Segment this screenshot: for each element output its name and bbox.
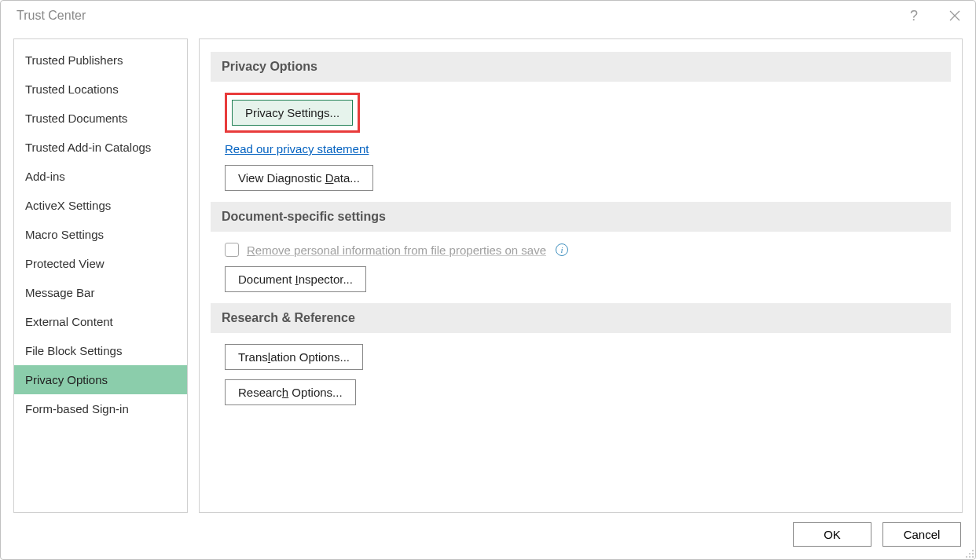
- section-header-document-specific: Document-specific settings: [211, 202, 951, 232]
- section-header-privacy-options: Privacy Options: [211, 52, 951, 82]
- remove-personal-info-row: Remove personal information from file pr…: [225, 243, 568, 257]
- svg-point-3: [969, 553, 970, 555]
- content-area: Privacy Options Privacy Settings... Read…: [199, 38, 963, 513]
- section-body-privacy-options: Privacy Settings... Read our privacy sta…: [211, 93, 951, 191]
- sidebar-item-trusted-addin-catalogs[interactable]: Trusted Add-in Catalogs: [14, 133, 187, 162]
- trust-center-dialog: Trust Center ? Trusted Publishers Truste…: [0, 0, 976, 560]
- highlight-annotation: Privacy Settings...: [225, 93, 360, 133]
- section-body-research: Translation Options... Research Options.…: [211, 344, 951, 405]
- dialog-body: Trusted Publishers Trusted Locations Tru…: [1, 31, 975, 513]
- section-body-document-specific: Remove personal information from file pr…: [211, 243, 951, 292]
- sidebar-item-macro-settings[interactable]: Macro Settings: [14, 220, 187, 249]
- sidebar-item-add-ins[interactable]: Add-ins: [14, 162, 187, 191]
- info-icon[interactable]: i: [556, 243, 568, 256]
- ok-button[interactable]: OK: [793, 522, 871, 547]
- svg-point-2: [972, 550, 974, 551]
- svg-point-5: [966, 556, 967, 558]
- close-icon[interactable]: [945, 6, 964, 25]
- svg-point-6: [969, 556, 970, 558]
- title-controls: ?: [904, 6, 964, 25]
- research-options-button[interactable]: Research Options...: [225, 379, 356, 405]
- resize-grip-icon[interactable]: [963, 547, 974, 558]
- document-inspector-button[interactable]: Document Inspector...: [225, 266, 366, 292]
- translation-options-button[interactable]: Translation Options...: [225, 344, 363, 370]
- cancel-button[interactable]: Cancel: [882, 522, 961, 547]
- sidebar-item-external-content[interactable]: External Content: [14, 307, 187, 336]
- dialog-title: Trust Center: [17, 9, 86, 23]
- sidebar-item-privacy-options[interactable]: Privacy Options: [14, 365, 187, 394]
- svg-point-4: [972, 553, 974, 555]
- sidebar-item-trusted-publishers[interactable]: Trusted Publishers: [14, 46, 187, 75]
- section-header-research: Research & Reference: [211, 303, 951, 333]
- privacy-settings-button[interactable]: Privacy Settings...: [232, 100, 353, 126]
- sidebar-item-message-bar[interactable]: Message Bar: [14, 278, 187, 307]
- sidebar-item-activex-settings[interactable]: ActiveX Settings: [14, 191, 187, 220]
- sidebar-item-file-block-settings[interactable]: File Block Settings: [14, 336, 187, 365]
- privacy-statement-link[interactable]: Read our privacy statement: [225, 142, 369, 156]
- remove-personal-info-label: Remove personal information from file pr…: [247, 243, 546, 257]
- sidebar-item-protected-view[interactable]: Protected View: [14, 249, 187, 278]
- sidebar: Trusted Publishers Trusted Locations Tru…: [13, 38, 188, 513]
- help-icon[interactable]: ?: [904, 6, 923, 25]
- sidebar-item-trusted-documents[interactable]: Trusted Documents: [14, 104, 187, 133]
- sidebar-item-trusted-locations[interactable]: Trusted Locations: [14, 75, 187, 104]
- sidebar-item-form-based-sign-in[interactable]: Form-based Sign-in: [14, 394, 187, 423]
- svg-point-7: [972, 556, 974, 558]
- dialog-footer: OK Cancel: [1, 513, 975, 559]
- title-bar: Trust Center ?: [1, 1, 975, 31]
- view-diagnostic-data-button[interactable]: View Diagnostic Data...: [225, 165, 373, 191]
- remove-personal-info-checkbox[interactable]: [225, 243, 239, 257]
